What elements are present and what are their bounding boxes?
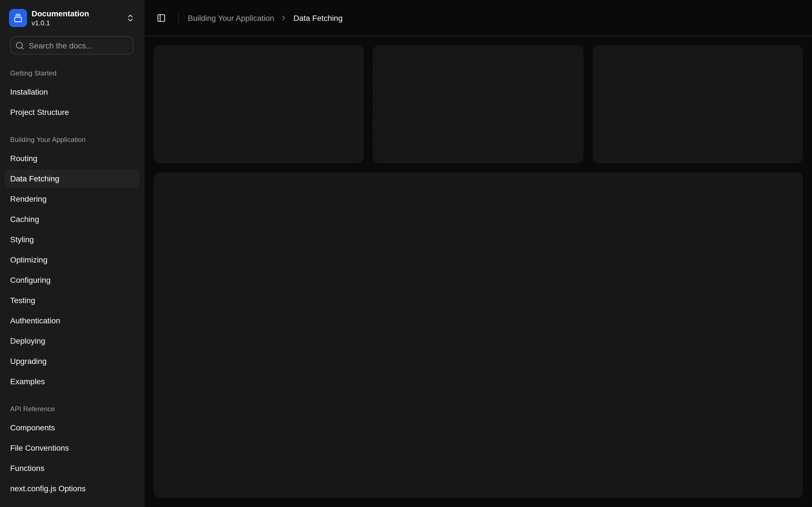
nav-group-label: Getting Started xyxy=(4,65,139,82)
panel-left-icon xyxy=(157,13,166,22)
sidebar-item-upgrading[interactable]: Upgrading xyxy=(4,352,139,370)
sidebar-item-file-conventions[interactable]: File Conventions xyxy=(4,439,139,457)
sidebar-item-installation[interactable]: Installation xyxy=(4,83,139,101)
team-version: v1.0.1 xyxy=(32,19,121,27)
header-separator xyxy=(178,13,179,22)
topbar: Building Your Application Data Fetching xyxy=(144,0,812,36)
breadcrumb-current: Data Fetching xyxy=(294,13,343,22)
nav-item: Data Fetching xyxy=(4,170,139,187)
sidebar-item-caching[interactable]: Caching xyxy=(4,210,139,228)
placeholder-card-row xyxy=(153,45,803,163)
nav-item: Optimizing xyxy=(4,251,139,269)
nav-item: Components xyxy=(4,418,139,437)
search-input[interactable] xyxy=(10,36,134,55)
nav-group-label: Building Your Application xyxy=(4,131,139,148)
nav-item: Rendering xyxy=(4,190,139,208)
sidebar-item-testing[interactable]: Testing xyxy=(4,291,139,309)
sidebar-item-deploying[interactable]: Deploying xyxy=(4,332,139,350)
nav-item: Upgrading xyxy=(4,352,139,370)
team-logo xyxy=(9,9,27,27)
nav-group: API ReferenceComponentsFile ConventionsF… xyxy=(4,400,139,497)
sidebar-item-functions[interactable]: Functions xyxy=(4,459,139,477)
team-text: Documentation v1.0.1 xyxy=(32,9,121,27)
nav-item: Styling xyxy=(4,230,139,248)
sidebar-item-examples[interactable]: Examples xyxy=(4,372,139,390)
nav-item: Testing xyxy=(4,291,139,309)
nav-item: Project Structure xyxy=(4,103,139,121)
gallery-vertical-end-icon xyxy=(13,13,22,22)
team-name: Documentation xyxy=(32,9,121,18)
sidebar-item-data-fetching[interactable]: Data Fetching xyxy=(4,170,139,187)
nav-group: Getting StartedInstallationProject Struc… xyxy=(4,65,139,121)
nav-item: Configuring xyxy=(4,271,139,289)
sidebar-nav: Getting StartedInstallationProject Struc… xyxy=(4,55,139,503)
nav-item: Functions xyxy=(4,459,139,477)
nav-group-label: API Reference xyxy=(4,400,139,417)
breadcrumb: Building Your Application Data Fetching xyxy=(188,13,343,22)
sidebar: Documentation v1.0.1 Getting StartedInst… xyxy=(0,0,144,507)
placeholder-card xyxy=(373,45,583,163)
sidebar-item-optimizing[interactable]: Optimizing xyxy=(4,251,139,269)
breadcrumb-parent-link[interactable]: Building Your Application xyxy=(188,13,274,22)
nav-list: ComponentsFile ConventionsFunctionsnext.… xyxy=(4,418,139,497)
chevrons-up-down-icon xyxy=(126,13,135,22)
main-area: Building Your Application Data Fetching xyxy=(144,0,812,507)
placeholder-card xyxy=(592,45,803,163)
sidebar-item-components[interactable]: Components xyxy=(4,418,139,437)
team-switcher-button[interactable]: Documentation v1.0.1 xyxy=(4,4,139,32)
nav-item: File Conventions xyxy=(4,439,139,457)
sidebar-item-next-config-js-options[interactable]: next.config.js Options xyxy=(4,480,139,497)
sidebar-item-rendering[interactable]: Rendering xyxy=(4,190,139,208)
nav-item: Routing xyxy=(4,149,139,167)
sidebar-toggle-button[interactable] xyxy=(153,10,169,25)
nav-group: Building Your ApplicationRoutingData Fet… xyxy=(4,131,139,390)
nav-item: next.config.js Options xyxy=(4,480,139,497)
sidebar-item-authentication[interactable]: Authentication xyxy=(4,312,139,330)
chevron-right-icon xyxy=(280,14,288,22)
sidebar-item-routing[interactable]: Routing xyxy=(4,149,139,167)
nav-item: Caching xyxy=(4,210,139,228)
nav-item: Authentication xyxy=(4,312,139,330)
page-content xyxy=(144,36,812,507)
placeholder-panel xyxy=(153,172,803,498)
sidebar-item-configuring[interactable]: Configuring xyxy=(4,271,139,289)
nav-list: InstallationProject Structure xyxy=(4,83,139,121)
nav-item: Examples xyxy=(4,372,139,390)
nav-item: Installation xyxy=(4,83,139,101)
sidebar-item-project-structure[interactable]: Project Structure xyxy=(4,103,139,121)
app-root: Documentation v1.0.1 Getting StartedInst… xyxy=(0,0,812,507)
search-form xyxy=(10,36,134,55)
nav-list: RoutingData FetchingRenderingCachingStyl… xyxy=(4,149,139,390)
nav-item: Deploying xyxy=(4,332,139,350)
placeholder-card xyxy=(153,45,364,163)
sidebar-item-styling[interactable]: Styling xyxy=(4,230,139,248)
